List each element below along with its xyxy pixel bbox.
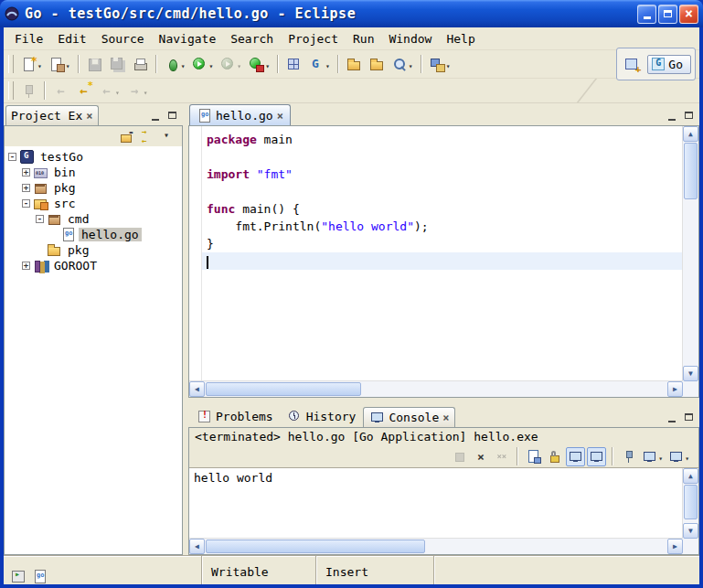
collapse-all-button[interactable] — [119, 129, 134, 144]
expander-minus-icon[interactable] — [8, 153, 16, 161]
scroll-right-arrow[interactable] — [667, 539, 683, 554]
code-line[interactable]: func main() { — [202, 200, 683, 218]
toolbar-grip[interactable] — [8, 81, 14, 100]
go-trim-icon[interactable] — [33, 569, 48, 583]
close-editor-tab-icon[interactable] — [277, 109, 283, 123]
horizontal-sash[interactable] — [188, 398, 699, 405]
remove-all-launches-button[interactable] — [492, 447, 511, 466]
new-go-element-button[interactable] — [46, 50, 74, 78]
run-button[interactable] — [188, 50, 217, 78]
expander-plus-icon[interactable] — [22, 168, 30, 176]
tab-history[interactable]: History — [281, 406, 363, 427]
menu-window[interactable]: Window — [381, 29, 439, 48]
menu-source[interactable]: Source — [94, 29, 152, 48]
view-menu-button[interactable] — [161, 129, 176, 144]
minimize-view-icon[interactable] — [666, 412, 679, 423]
scroll-down-arrow[interactable] — [683, 523, 698, 539]
remove-launch-button[interactable] — [471, 447, 490, 466]
code-editor[interactable]: package mainimport "fmt"func main() { fm… — [202, 126, 683, 381]
code-line[interactable] — [202, 148, 683, 166]
scroll-lock-button[interactable] — [545, 447, 564, 466]
minimize-view-icon[interactable] — [150, 111, 163, 122]
tree-item-src[interactable]: src — [5, 196, 182, 211]
tree-item-hello.go[interactable]: hello.go — [5, 227, 182, 242]
expander-plus-icon[interactable] — [22, 184, 30, 192]
search-button[interactable] — [389, 50, 417, 78]
menu-edit[interactable]: Edit — [50, 29, 93, 48]
project-tree[interactable]: testGobinpkgsrccmdhello.gopkgGOROOT — [5, 146, 182, 554]
tree-item-testGo[interactable]: testGo — [5, 149, 182, 165]
link-with-editor-button[interactable] — [140, 129, 155, 144]
save-all-button[interactable] — [106, 50, 129, 78]
tree-item-pkg[interactable]: pkg — [5, 242, 182, 258]
code-line[interactable] — [202, 252, 683, 270]
display-console-button[interactable] — [640, 447, 665, 466]
print-button[interactable] — [129, 50, 152, 78]
scrollbar-thumb[interactable] — [684, 485, 698, 519]
show-stderr-button[interactable] — [587, 447, 606, 466]
forward-button[interactable] — [123, 77, 152, 104]
editor-horizontal-scrollbar[interactable] — [189, 380, 683, 397]
code-line[interactable]: import "fmt" — [202, 166, 683, 183]
annotation-ruler[interactable] — [189, 126, 202, 381]
maximize-view-icon[interactable] — [683, 412, 696, 423]
menu-run[interactable]: Run — [346, 29, 381, 48]
open-perspective-button[interactable] — [621, 50, 644, 78]
go-application-button[interactable] — [305, 50, 334, 78]
console-vertical-scrollbar[interactable] — [682, 468, 698, 539]
tree-item-cmd[interactable]: cmd — [5, 211, 182, 227]
scroll-up-arrow[interactable] — [683, 468, 698, 484]
scroll-left-arrow[interactable] — [189, 381, 205, 397]
editor-vertical-scrollbar[interactable] — [682, 126, 698, 381]
last-edit-location-button[interactable] — [72, 77, 95, 104]
expander-plus-icon[interactable] — [22, 262, 30, 270]
console-output[interactable]: hello world — [189, 467, 698, 554]
fast-view-icon[interactable] — [11, 569, 26, 583]
run-last-button[interactable] — [217, 50, 245, 78]
menu-navigate[interactable]: Navigate — [152, 29, 224, 48]
maximize-button[interactable] — [658, 5, 677, 24]
scroll-left-arrow[interactable] — [189, 539, 205, 554]
tab-project-explorer[interactable]: Project Ex — [5, 105, 99, 125]
terminate-button[interactable] — [450, 447, 469, 466]
maximize-view-icon[interactable] — [683, 111, 696, 122]
code-line[interactable]: package main — [202, 131, 683, 148]
console-horizontal-scrollbar[interactable] — [189, 538, 683, 554]
scrollbar-thumb[interactable] — [684, 143, 698, 199]
scrollbar-thumb[interactable] — [206, 540, 425, 553]
menu-search[interactable]: Search — [223, 29, 281, 48]
menu-file[interactable]: File — [7, 29, 50, 48]
previous-edit-button[interactable] — [49, 77, 72, 104]
open-console-button[interactable] — [666, 447, 691, 466]
tree-item-bin[interactable]: bin — [5, 165, 182, 180]
close-button[interactable] — [679, 5, 698, 24]
tree-item-GOROOT[interactable]: GOROOT — [5, 258, 182, 273]
open-type-button[interactable] — [366, 50, 389, 78]
save-button[interactable] — [83, 50, 106, 78]
tab-hello-go[interactable]: hello.go — [189, 104, 291, 125]
open-resource-button[interactable] — [343, 50, 366, 78]
pin-console-button[interactable] — [619, 447, 638, 466]
team-synchronize-button[interactable] — [426, 50, 454, 78]
minimize-button[interactable] — [637, 5, 656, 24]
tab-problems[interactable]: Problems — [190, 406, 280, 427]
code-line[interactable]: } — [202, 235, 683, 252]
new-wizard-button[interactable] — [17, 50, 46, 78]
pin-editor-button[interactable] — [17, 77, 40, 104]
menu-project[interactable]: Project — [281, 29, 346, 48]
expander-minus-icon[interactable] — [22, 199, 30, 208]
maximize-view-icon[interactable] — [166, 111, 179, 122]
new-go-project-button[interactable] — [282, 50, 305, 78]
external-tools-button[interactable] — [245, 50, 273, 78]
title-bar[interactable]: Go - testGo/src/cmd/hello.go - Eclipse — [0, 0, 703, 27]
close-console-tab-icon[interactable] — [442, 411, 449, 424]
scroll-up-arrow[interactable] — [683, 126, 698, 142]
minimize-view-icon[interactable] — [666, 111, 679, 122]
scroll-down-arrow[interactable] — [683, 366, 698, 381]
code-line[interactable] — [202, 183, 683, 200]
toolbar-grip[interactable] — [8, 55, 14, 73]
tab-console[interactable]: Console — [363, 407, 455, 427]
go-perspective-button[interactable]: Go — [647, 55, 691, 74]
code-line[interactable]: fmt.Println("hello world"); — [202, 218, 683, 235]
back-button[interactable] — [95, 77, 123, 104]
